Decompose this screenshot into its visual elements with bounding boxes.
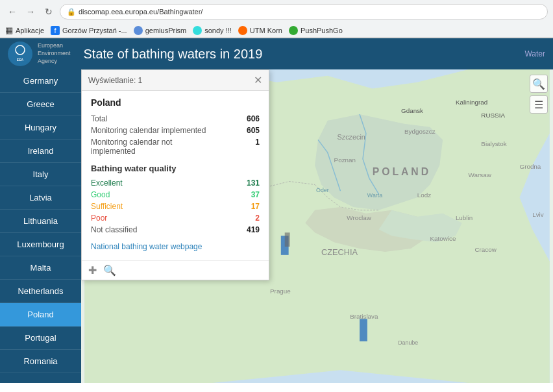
sidebar-item-romania[interactable]: Romania [0, 350, 81, 373]
popup-monitoring-not-impl-row: Monitoring calendar not implemented 1 [91, 136, 260, 157]
bookmark-sondy[interactable]: sondy !!! [193, 26, 232, 35]
bookmark-gemius[interactable]: gemiusPrism [134, 26, 187, 35]
svg-text:Lodz: Lodz [417, 191, 431, 199]
popup-sufficient-value: 17 [240, 202, 260, 211]
refresh-button[interactable]: ↻ [42, 5, 56, 19]
svg-text:RUSSIA: RUSSIA [481, 112, 505, 119]
popup-close-button[interactable]: ✕ [254, 74, 262, 86]
popup-quality-title: Bathing water quality [91, 164, 260, 173]
bookmark-pushpushgo[interactable]: PushPushGo [289, 26, 343, 35]
svg-text:Gdansk: Gdansk [401, 107, 423, 114]
popup-monitoring-not-impl-label: Monitoring calendar not implemented [91, 138, 214, 156]
content-area: Kaliningrad RUSSIA Gdansk Szczecin Bydgo… [81, 69, 553, 383]
eea-logo-icon: EEA [8, 42, 32, 66]
sidebar-item-poland[interactable]: Poland [0, 303, 81, 326]
popup-total-label: Total [91, 114, 111, 123]
popup-country: Poland [91, 97, 260, 108]
popup-national-link[interactable]: National bathing water webpage [91, 242, 260, 251]
svg-rect-32 [360, 319, 367, 341]
sidebar-item-italy[interactable]: Italy [0, 163, 81, 186]
svg-text:Katowice: Katowice [430, 235, 456, 242]
svg-rect-31 [285, 232, 290, 247]
svg-text:CZECHIA: CZECHIA [321, 247, 358, 257]
popup-excellent-label: Excellent [91, 178, 127, 188]
sidebar-item-greece[interactable]: Greece [0, 93, 81, 116]
bookmark-gemius-label: gemiusPrism [145, 27, 187, 34]
popup-good-row: Good 37 [91, 189, 260, 201]
popup-not-classified-label: Not classified [91, 225, 141, 234]
popup-monitoring-impl-row: Monitoring calendar implemented 605 [91, 125, 260, 136]
popup: Wyświetlanie: 1 ✕ Poland Total 606 Monit… [81, 69, 269, 280]
popup-total-value: 606 [240, 114, 260, 123]
bookmark-utm[interactable]: UTM Korn [238, 26, 282, 35]
svg-text:Bydgoszcz: Bydgoszcz [404, 128, 436, 135]
popup-good-label: Good [91, 190, 114, 199]
popup-zoom-in-button[interactable]: 🔍 [103, 264, 116, 276]
svg-text:Lublin: Lublin [456, 214, 473, 221]
svg-text:Danube: Danube [398, 339, 418, 346]
popup-total-row: Total 606 [91, 113, 260, 125]
map-list-button[interactable]: ☰ [530, 95, 548, 114]
svg-text:Szczecin: Szczecin [338, 133, 365, 141]
forward-button[interactable]: → [23, 5, 38, 19]
eea-logo-text: European Environment Agency [38, 42, 71, 65]
sidebar-item-latvia[interactable]: Latvia [0, 186, 81, 210]
sidebar-item-germany[interactable]: Germany [0, 69, 81, 93]
svg-text:Kaliningrad: Kaliningrad [456, 99, 487, 106]
popup-excellent-row: Excellent 131 [91, 177, 260, 189]
lock-icon: 🔒 [67, 8, 76, 16]
svg-text:EEA: EEA [17, 58, 24, 62]
sidebar-item-ireland[interactable]: Ireland [0, 140, 81, 163]
svg-text:Bialystok: Bialystok [481, 140, 506, 147]
eea-logo: EEA European Environment Agency [8, 42, 71, 66]
address-bar[interactable]: 🔒 discomap.eea.europa.eu/Bathingwater/ [60, 4, 548, 19]
app-title: State of bathing waters in 2019 [84, 47, 525, 62]
svg-text:POLAND: POLAND [373, 166, 431, 177]
sidebar: Germany Greece Hungary Ireland Italy Lat… [0, 69, 81, 383]
sidebar-item-lithuania[interactable]: Lithuania [0, 210, 81, 233]
bookmark-sondy-label: sondy !!! [204, 27, 232, 34]
svg-text:Warta: Warta [367, 192, 382, 199]
popup-poor-row: Poor 2 [91, 212, 260, 224]
popup-poor-label: Poor [91, 214, 111, 223]
svg-text:Oder: Oder [316, 187, 329, 193]
url-text: discomap.eea.europa.eu/Bathingwater/ [79, 8, 203, 16]
sidebar-item-netherlands[interactable]: Netherlands [0, 280, 81, 303]
app-header: EEA European Environment Agency State of… [0, 38, 553, 69]
bookmark-apps-label: Aplikacje [16, 27, 44, 34]
popup-monitoring-not-impl-value: 1 [240, 138, 260, 156]
popup-not-classified-value: 419 [240, 225, 260, 234]
sidebar-item-malta[interactable]: Malta [0, 256, 81, 280]
svg-text:Grodna: Grodna [519, 163, 541, 170]
svg-text:Lviv: Lviv [532, 211, 544, 218]
browser-toolbar: ← → ↻ 🔒 discomap.eea.europa.eu/Bathingwa… [0, 0, 553, 23]
popup-good-value: 37 [240, 190, 260, 199]
bookmark-gorzow[interactable]: f Gorzów Przystań -... [51, 26, 127, 35]
sidebar-item-luxembourg[interactable]: Luxembourg [0, 233, 81, 256]
map-controls: 🔍 ☰ [530, 75, 548, 114]
sidebar-item-hungary[interactable]: Hungary [0, 116, 81, 140]
popup-monitoring-impl-value: 605 [240, 126, 260, 135]
bookmark-pushpushgo-label: PushPushGo [301, 27, 343, 34]
bookmark-gorzow-label: Gorzów Przystań -... [62, 27, 127, 34]
popup-header: Wyświetlanie: 1 ✕ [82, 70, 269, 91]
sidebar-item-portugal[interactable]: Portugal [0, 326, 81, 350]
back-button[interactable]: ← [5, 5, 19, 19]
header-right-link[interactable]: Water [524, 49, 545, 58]
svg-text:Cracow: Cracow [474, 246, 497, 253]
popup-not-classified-row: Not classified 419 [91, 224, 260, 236]
browser-chrome: ← → ↻ 🔒 discomap.eea.europa.eu/Bathingwa… [0, 0, 553, 38]
bookmarks-bar: ▦ Aplikacje f Gorzów Przystań -... gemiu… [0, 23, 553, 38]
svg-text:Warsaw: Warsaw [469, 171, 492, 178]
svg-text:Wroclaw: Wroclaw [347, 214, 371, 221]
bookmark-apps[interactable]: ▦ Aplikacje [5, 25, 44, 35]
popup-excellent-value: 131 [240, 178, 260, 188]
svg-text:Poznan: Poznan [334, 156, 356, 164]
svg-text:Prague: Prague [270, 288, 291, 295]
popup-sufficient-row: Sufficient 17 [91, 201, 260, 212]
popup-sufficient-label: Sufficient [91, 202, 127, 211]
popup-poor-value: 2 [240, 214, 260, 223]
map-search-button[interactable]: 🔍 [530, 75, 548, 93]
popup-header-label: Wyświetlanie: 1 [88, 76, 142, 85]
popup-zoom-out-button[interactable]: ✚ [88, 264, 97, 276]
